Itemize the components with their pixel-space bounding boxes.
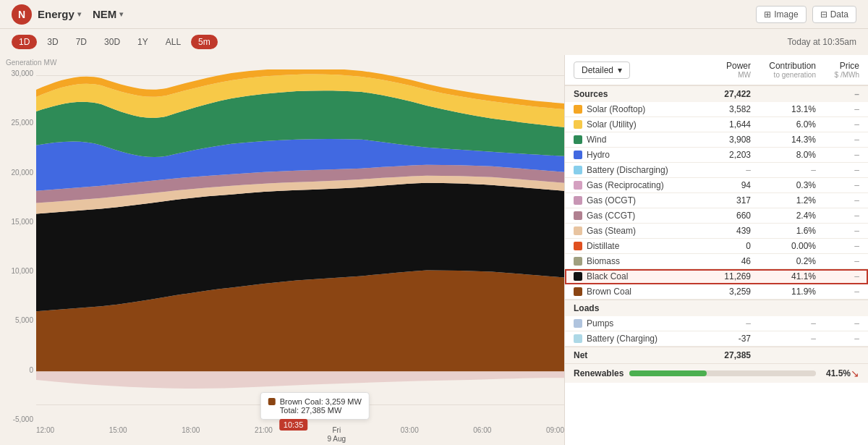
panel-header: Detailed ▾ Power MW Contribution to gene… — [565, 55, 868, 85]
row-solar-utility[interactable]: Solar (Utility) 1,644 6.0% – — [565, 117, 868, 132]
row-brown-coal[interactable]: Brown Coal 3,259 11.9% – — [565, 284, 868, 300]
row-solar-rooftop[interactable]: Solar (Rooftop) 3,582 13.1% – — [565, 102, 868, 117]
image-button[interactable]: ⊞ Image — [756, 6, 806, 23]
chart-y-label: Generation MW — [6, 58, 56, 67]
row-hydro[interactable]: Hydro 2,203 8.0% – — [565, 148, 868, 163]
col-power-header: Power MW — [700, 61, 751, 79]
energy-dropdown-arrow[interactable]: ▾ — [77, 10, 81, 18]
time-range-buttons: 1D 3D 7D 30D 1Y ALL 5m — [12, 35, 218, 49]
header-right: ⊞ Image ⊟ Data — [756, 6, 856, 23]
row-distillate[interactable]: Distillate 0 0.00% – — [565, 239, 868, 254]
renewables-bar — [629, 370, 707, 376]
data-icon: ⊟ — [820, 9, 827, 20]
net-header: Net 27,385 — [565, 347, 868, 363]
view-dropdown[interactable]: Detailed ▾ — [574, 62, 630, 79]
app-header: N Energy ▾ NEM ▾ ⊞ Image ⊟ Data — [0, 0, 868, 29]
col-contribution-header: Contribution to generation — [751, 61, 816, 79]
nem-dropdown-arrow[interactable]: ▾ — [119, 10, 123, 18]
row-gas-steam[interactable]: Gas (Steam) 439 1.6% – — [565, 224, 868, 239]
sources-header: Sources 27,422 – — [565, 85, 868, 102]
area-chart — [36, 69, 564, 423]
app-title[interactable]: Energy ▾ NEM ▾ — [38, 8, 123, 20]
row-black-coal[interactable]: Black Coal 11,269 41.1% – — [565, 269, 868, 284]
toolbar: 1D 3D 7D 30D 1Y ALL 5m Today at 10:35am — [0, 29, 868, 55]
row-biomass[interactable]: Biomass 46 0.2% – — [565, 254, 868, 269]
image-icon: ⊞ — [764, 9, 771, 20]
chart-area: Generation MW 30,000 25,000 20,000 15,00… — [0, 55, 564, 445]
row-gas-ccgt[interactable]: Gas (CCGT) 660 2.4% – — [565, 208, 868, 224]
renewables-arrow-icon: ↘ — [851, 368, 859, 379]
data-button[interactable]: ⊟ Data — [812, 6, 856, 23]
loads-header: Loads — [565, 300, 868, 316]
renewables-row: Renewables 41.5% ↘ — [565, 363, 868, 383]
chart-tooltip: Brown Coal: 3,259 MW Total: 27,385 MW — [260, 392, 370, 420]
x-axis-labels: 12:00 15:00 18:00 21:00 Fri9 Aug 03:00 0… — [36, 423, 564, 445]
right-panel: Detailed ▾ Power MW Contribution to gene… — [564, 55, 868, 445]
app-logo: N — [12, 4, 32, 25]
btn-1d[interactable]: 1D — [12, 35, 37, 49]
tooltip-total-label: Total: 27,385 MW — [280, 406, 342, 415]
btn-30d[interactable]: 30D — [97, 35, 127, 49]
btn-interval[interactable]: 5m — [191, 35, 218, 49]
btn-1y[interactable]: 1Y — [130, 35, 156, 49]
row-gas-ocgt[interactable]: Gas (OCGT) 317 1.2% – — [565, 193, 868, 208]
btn-7d[interactable]: 7D — [69, 35, 94, 49]
renewables-pct: 41.5% — [822, 368, 851, 378]
col-price-header: Price $ /MWh — [816, 61, 859, 79]
tooltip-coal-row: Brown Coal: 3,259 MW — [268, 397, 362, 406]
tooltip-total-row: Total: 27,385 MW — [268, 406, 362, 415]
btn-all[interactable]: ALL — [158, 35, 188, 49]
row-battery-charging[interactable]: Battery (Charging) -37 – – — [565, 331, 868, 347]
main-layout: Generation MW 30,000 25,000 20,000 15,00… — [0, 55, 868, 445]
renewables-label: Renewables — [574, 368, 624, 378]
row-battery-discharging[interactable]: Battery (Discharging) – – – — [565, 163, 868, 178]
tooltip-coal-label: Brown Coal: 3,259 MW — [280, 397, 362, 406]
btn-3d[interactable]: 3D — [40, 35, 65, 49]
header-left: N Energy ▾ NEM ▾ — [12, 4, 123, 25]
tooltip-color-swatch — [268, 398, 276, 405]
dropdown-chevron-icon: ▾ — [618, 65, 622, 75]
renewables-bar-container — [629, 370, 816, 376]
row-pumps[interactable]: Pumps – – – — [565, 316, 868, 331]
y-axis-labels: 30,000 25,000 20,000 15,000 10,000 5,000… — [0, 69, 36, 423]
col-headers: Power MW Contribution to generation Pric… — [700, 61, 859, 79]
row-wind[interactable]: Wind 3,908 14.3% – — [565, 132, 868, 148]
current-time-label: Today at 10:35am — [788, 37, 856, 47]
row-gas-reciprocating[interactable]: Gas (Reciprocating) 94 0.3% – — [565, 178, 868, 193]
